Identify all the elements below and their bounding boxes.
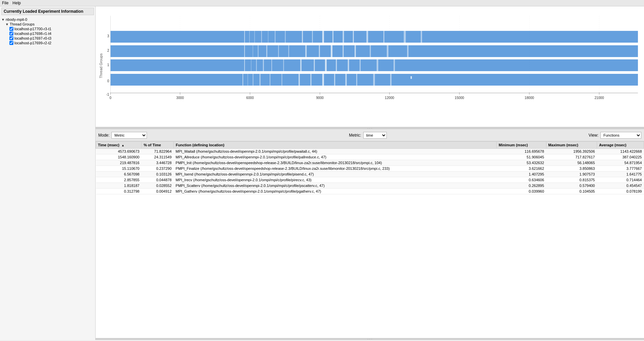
col-header-minimum[interactable]: Minimum (msec) (496, 142, 546, 149)
cell-min-2: 53.432632 (496, 160, 546, 166)
cell-pct-7: 0.004912 (142, 189, 174, 194)
svg-rect-86 (310, 74, 311, 86)
cell-avg-4: 1.641775 (597, 172, 644, 177)
cell-min-1: 51.906045 (496, 154, 546, 160)
col-header-average[interactable]: Average (msec) (597, 142, 644, 149)
cell-avg-5: 0.714464 (597, 177, 644, 183)
svg-rect-47 (421, 31, 422, 43)
cell-avg-2: 54.871954 (597, 160, 644, 166)
table-row[interactable]: 2.857855 0.044878 MPI_Irecv (/home/gschu… (96, 177, 644, 183)
svg-text:6000: 6000 (246, 96, 254, 100)
menu-file[interactable]: File (2, 1, 8, 5)
cell-max-5: 0.815375 (546, 177, 597, 183)
svg-rect-61 (387, 45, 388, 57)
table-row[interactable]: 0.312798 0.004912 MPI_Gatherv (/home/gsc… (96, 189, 644, 194)
view-label: View: (589, 133, 598, 138)
thread-checkbox-2[interactable] (9, 36, 13, 40)
mode-select[interactable]: MetricCalltreePercentCalltree (111, 132, 147, 139)
cell-min-6: 0.262895 (496, 183, 546, 189)
cell-min-0: 116.695678 (496, 149, 546, 154)
cell-pct-2: 3.446728 (142, 160, 174, 166)
cell-time-2: 219.487816 (96, 160, 142, 166)
cell-function-0: MPI_Waitall (/home/gschultz/oss-devel/op… (174, 149, 497, 154)
svg-rect-33 (254, 31, 255, 43)
svg-rect-59 (355, 45, 356, 57)
cell-time-3: 15.110670 (96, 166, 142, 172)
tree-root[interactable]: ▼ nbody-mpit-0 (1, 17, 94, 22)
svg-rect-49 (244, 45, 245, 57)
tree-thread-3[interactable]: localhost-p17699-r2-t2 (9, 41, 94, 45)
bottom-splitter[interactable]: · · · (96, 338, 644, 340)
table-row[interactable]: 6.567098 0.103126 MPI_Isend (/home/gschu… (96, 172, 644, 177)
svg-rect-43 (353, 31, 354, 43)
view-select[interactable]: FunctionsStatementsLinkedObjectsLoopsCal… (600, 132, 641, 139)
toolbar-area: Mode: MetricCalltreePercentCalltree Metr… (96, 129, 644, 141)
tree-root-arrow[interactable]: ▼ (1, 18, 5, 21)
svg-rect-76 (377, 59, 378, 71)
sort-arrow-time: ▲ (121, 144, 124, 147)
cell-max-4: 1.907573 (546, 172, 597, 177)
table-row[interactable]: 1548.160900 24.311549 MPI_Allreduce (/ho… (96, 154, 644, 160)
table-row[interactable]: 4573.690673 71.822964 MPI_Waitall (/home… (96, 149, 644, 154)
table-row[interactable]: 1.818187 0.028552 PMPI_Scatterv (/home/g… (96, 183, 644, 189)
cell-max-0: 1956.392506 (546, 149, 597, 154)
thread-checkbox-0[interactable] (9, 27, 13, 31)
data-table: Time (msec) ▲ % of Time Function (defini… (96, 141, 644, 194)
thread-checkbox-3[interactable] (9, 41, 13, 45)
col-header-pct[interactable]: % of Time (142, 142, 174, 149)
col-header-maximum[interactable]: Maximum (msec) (546, 142, 597, 149)
right-panel: Thread Groups -1 0 1 2 3 0 3000 (96, 6, 644, 340)
svg-rect-75 (360, 59, 361, 71)
thread-label-1: localhost-p17698-r1-t4 (14, 32, 51, 36)
cell-min-7: 0.039960 (496, 189, 546, 194)
tree-group-arrow[interactable]: ▼ (5, 22, 9, 26)
tree-group[interactable]: ▼ Thread Groups (5, 22, 94, 27)
metric-select[interactable]: timecount (363, 132, 387, 139)
cell-function-6: PMPI_Scatterv (/home/gschultz/oss-devel/… (174, 183, 497, 189)
svg-rect-85 (299, 74, 300, 86)
view-group: View: FunctionsStatementsLinkedObjectsLo… (589, 132, 641, 139)
table-row[interactable]: 219.487816 3.446728 PMPI_Init (/home/gsc… (96, 160, 644, 166)
tree-thread-0[interactable]: localhost-p17700-r3-t1 (9, 27, 94, 31)
col-header-time[interactable]: Time (msec) ▲ (96, 142, 142, 149)
chart-area: Thread Groups -1 0 1 2 3 0 3000 (96, 6, 644, 127)
thread-checkbox-1[interactable] (9, 32, 13, 36)
bottom-splitter-icon: · · · (368, 337, 372, 340)
menu-help[interactable]: Help (12, 1, 21, 5)
tree-thread-2[interactable]: localhost-p17697-r0-t3 (9, 36, 94, 41)
svg-rect-89 (345, 74, 347, 86)
svg-rect-45 (383, 31, 384, 43)
tree-root-label: nbody-mpit-0 (6, 17, 27, 21)
svg-text:12000: 12000 (385, 96, 394, 100)
svg-text:3: 3 (107, 34, 109, 38)
svg-rect-84 (281, 74, 282, 86)
svg-rect-42 (343, 31, 344, 43)
svg-rect-69 (283, 59, 284, 71)
cell-avg-6: 0.454547 (597, 183, 644, 189)
left-panel: Currently Loaded Experiment Information … (0, 6, 96, 340)
svg-rect-40 (322, 31, 324, 43)
cell-max-1: 717.827617 (546, 154, 597, 160)
svg-text:21000: 21000 (594, 96, 604, 100)
cell-function-4: MPI_Isend (/home/gschultz/oss-devel/open… (174, 172, 497, 177)
svg-rect-57 (331, 45, 332, 57)
svg-rect-70 (300, 59, 302, 71)
cell-pct-3: 0.237290 (142, 166, 174, 172)
tree-thread-1[interactable]: localhost-p17698-r1-t4 (9, 31, 94, 36)
cell-pct-4: 0.103126 (142, 172, 174, 177)
mode-group: Mode: MetricCalltreePercentCalltree (98, 132, 147, 139)
svg-rect-73 (336, 59, 337, 71)
svg-rect-34 (261, 31, 262, 43)
cell-max-6: 0.579400 (546, 183, 597, 189)
cell-function-3: PMPI_Finalize (/home/gschultz/oss-devel/… (174, 166, 497, 172)
table-row[interactable]: 15.110670 0.237290 PMPI_Finalize (/home/… (96, 166, 644, 172)
svg-rect-88 (334, 74, 335, 86)
svg-text:3000: 3000 (176, 96, 184, 100)
col-header-function[interactable]: Function (defining location) (174, 142, 497, 149)
svg-rect-83 (270, 74, 270, 86)
cell-time-7: 0.312798 (96, 189, 142, 194)
metric-label: Metric: (349, 133, 361, 138)
svg-rect-81 (253, 74, 253, 86)
svg-rect-93 (411, 76, 412, 79)
svg-rect-77 (393, 59, 395, 71)
